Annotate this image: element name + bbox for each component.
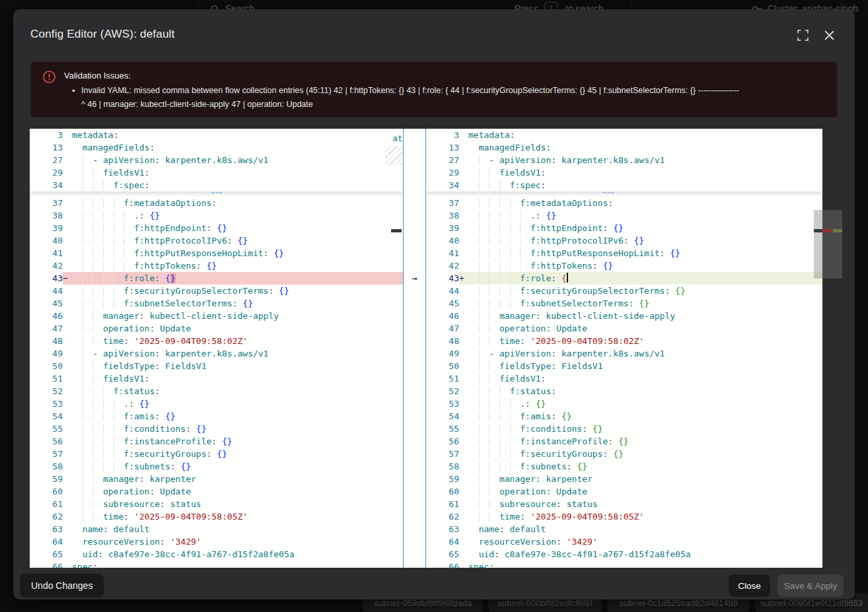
line-number[interactable]: 62 bbox=[30, 510, 63, 523]
code-line[interactable]: 66spec: bbox=[426, 561, 822, 568]
code-line[interactable]: 66spec: bbox=[30, 561, 403, 568]
line-number[interactable]: 53 bbox=[426, 397, 459, 410]
code-line[interactable]: 45 f:subnetSelectorTerms: {} bbox=[30, 297, 403, 310]
line-number[interactable]: 57 bbox=[30, 448, 63, 460]
code-line[interactable]: 48 time: '2025-09-04T09:58:02Z' bbox=[30, 335, 403, 347]
code-line[interactable]: 43− f:role: {} bbox=[30, 272, 403, 285]
code-line[interactable]: 52 f:status: bbox=[426, 385, 822, 397]
code-line[interactable]: 62 time: '2025-09-04T09:58:05Z' bbox=[30, 510, 403, 523]
line-number[interactable]: 52 bbox=[426, 385, 459, 397]
line-number[interactable]: 45 bbox=[426, 297, 459, 310]
line-number[interactable]: 61 bbox=[426, 498, 459, 510]
code-line[interactable]: 34 f:spec: bbox=[426, 179, 822, 191]
code-line[interactable]: 56 f:instanceProfile: {} bbox=[426, 435, 822, 448]
line-number[interactable]: 58 bbox=[30, 460, 63, 473]
code-line[interactable]: 54 f:amis: {} bbox=[30, 410, 403, 423]
code-line[interactable]: 44 f:securityGroupSelectorTerms: {} bbox=[426, 285, 822, 297]
line-number[interactable]: 53 bbox=[30, 397, 63, 410]
line-number[interactable]: 44 bbox=[30, 285, 63, 297]
code-line[interactable]: 13 managedFields: bbox=[426, 141, 822, 154]
code-line[interactable]: 50 fieldsType: FieldsV1 bbox=[30, 360, 403, 372]
code-line[interactable]: 60 operation: Update bbox=[426, 485, 822, 498]
code-line[interactable]: 64 resourceVersion: '3429' bbox=[426, 535, 822, 548]
expand-button[interactable] bbox=[794, 26, 811, 44]
code-line[interactable]: 40 f:httpProtocolIPv6: {} bbox=[30, 234, 403, 247]
code-line[interactable]: 39 f:httpEndpoint: {} bbox=[30, 222, 403, 234]
code-line[interactable]: 60 operation: Update bbox=[30, 485, 403, 498]
line-number[interactable]: 56 bbox=[426, 435, 459, 448]
code-line[interactable]: 50 fieldsType: FieldsV1 bbox=[426, 360, 822, 372]
line-number[interactable]: 60 bbox=[30, 485, 63, 498]
code-line[interactable]: 27 - apiVersion: karpenter.k8s.aws/v1 bbox=[30, 154, 403, 166]
line-number[interactable]: 27 bbox=[426, 154, 459, 166]
line-number[interactable]: 47 bbox=[426, 322, 459, 335]
line-number[interactable]: 40 bbox=[30, 234, 63, 247]
line-number[interactable]: 49 bbox=[30, 347, 63, 360]
code-line[interactable]: 58 f:subnets: {} bbox=[30, 460, 403, 473]
line-number[interactable]: 51 bbox=[426, 372, 459, 385]
line-number[interactable]: 66 bbox=[30, 561, 63, 568]
code-line[interactable]: 63 name: default bbox=[30, 523, 403, 535]
code-line[interactable]: 41 f:httpPutResponseHopLimit: {} bbox=[426, 247, 822, 259]
line-number[interactable]: 39 bbox=[426, 222, 459, 234]
code-line[interactable]: 61 subresource: status bbox=[426, 498, 822, 510]
line-number[interactable]: 29 bbox=[426, 166, 459, 179]
line-number[interactable]: 48 bbox=[426, 335, 459, 347]
line-number[interactable]: 27 bbox=[30, 154, 63, 166]
code-line[interactable]: 55 f:conditions: {} bbox=[426, 423, 822, 435]
code-line[interactable]: 57 f:securityGroups: {} bbox=[30, 448, 403, 460]
code-line[interactable]: 57 f:securityGroups: {} bbox=[426, 448, 822, 460]
line-number[interactable]: 56 bbox=[30, 435, 63, 448]
line-number[interactable]: 59 bbox=[426, 473, 459, 485]
line-number[interactable]: 42 bbox=[426, 259, 459, 272]
line-number[interactable]: 46 bbox=[426, 310, 459, 322]
code-line[interactable]: 49 - apiVersion: karpenter.k8s.aws/v1 bbox=[30, 347, 403, 360]
code-line[interactable]: 29 fieldsV1: bbox=[426, 166, 822, 179]
code-line[interactable]: 37 f:metadataOptions: bbox=[30, 197, 403, 209]
line-number[interactable]: 50 bbox=[426, 360, 459, 372]
code-line[interactable]: 47 operation: Update bbox=[30, 322, 403, 335]
diff-pane-original[interactable]: 37 f:metadataOptions:38 .: {}39 f:httpEn… bbox=[30, 129, 403, 568]
code-line[interactable]: 53 .: {} bbox=[426, 397, 822, 410]
code-line[interactable]: 37 f:metadataOptions: bbox=[426, 197, 822, 209]
code-line[interactable]: 49 - apiVersion: karpenter.k8s.aws/v1 bbox=[426, 347, 822, 360]
code-line[interactable]: 47 operation: Update bbox=[426, 322, 822, 335]
scrollbar-slider-inner[interactable] bbox=[814, 210, 822, 279]
line-number[interactable]: 55 bbox=[30, 423, 63, 435]
line-number[interactable]: 29 bbox=[30, 166, 63, 179]
line-number[interactable]: 60 bbox=[426, 485, 459, 498]
line-number[interactable]: 44 bbox=[426, 285, 459, 297]
code-line[interactable]: 46 manager: kubectl-client-side-apply bbox=[30, 310, 403, 322]
line-number[interactable]: 39 bbox=[30, 222, 63, 234]
line-number[interactable]: 34 bbox=[30, 179, 63, 191]
code-line[interactable]: 38 .: {} bbox=[30, 209, 403, 222]
code-line[interactable]: 61 subresource: status bbox=[30, 498, 403, 510]
undo-changes-button[interactable]: Undo Changes bbox=[20, 574, 104, 597]
line-number[interactable]: 42 bbox=[30, 259, 63, 272]
code-line[interactable]: 63 name: default bbox=[426, 523, 822, 535]
diff-revert-arrow-icon[interactable]: → bbox=[404, 272, 425, 285]
line-number[interactable]: 43− bbox=[30, 272, 63, 285]
line-number[interactable]: 13 bbox=[426, 141, 459, 154]
line-number[interactable]: 52 bbox=[30, 385, 63, 397]
line-number[interactable]: 59 bbox=[30, 473, 63, 485]
code-line[interactable]: 58 f:subnets: {} bbox=[426, 460, 822, 473]
code-line[interactable]: 42 f:httpTokens: {} bbox=[426, 259, 822, 272]
code-line[interactable]: 13 managedFields: bbox=[30, 141, 403, 154]
code-line[interactable]: 64 resourceVersion: '3429' bbox=[30, 535, 403, 548]
code-line[interactable]: 65 uid: c8afe97e-38cc-4f91-a767-d15f2a8f… bbox=[30, 548, 403, 561]
code-line[interactable]: 48 time: '2025-09-04T09:58:02Z' bbox=[426, 335, 822, 347]
code-line[interactable]: 56 f:instanceProfile: {} bbox=[30, 435, 403, 448]
line-number[interactable]: 55 bbox=[426, 423, 459, 435]
line-number[interactable]: 38 bbox=[426, 209, 459, 222]
code-line[interactable]: 42 f:httpTokens: {} bbox=[30, 259, 403, 272]
code-line[interactable]: 41 f:httpPutResponseHopLimit: {} bbox=[30, 247, 403, 259]
line-number[interactable]: 3 bbox=[30, 129, 63, 141]
line-number[interactable]: 57 bbox=[426, 448, 459, 460]
code-line[interactable]: 38 .: {} bbox=[426, 209, 822, 222]
line-number[interactable]: 62 bbox=[426, 510, 459, 523]
code-line[interactable]: 46 manager: kubectl-client-side-apply bbox=[426, 310, 822, 322]
close-button[interactable] bbox=[820, 26, 838, 44]
code-line[interactable]: 51 fieldsV1: bbox=[30, 372, 403, 385]
line-number[interactable]: 51 bbox=[30, 372, 63, 385]
